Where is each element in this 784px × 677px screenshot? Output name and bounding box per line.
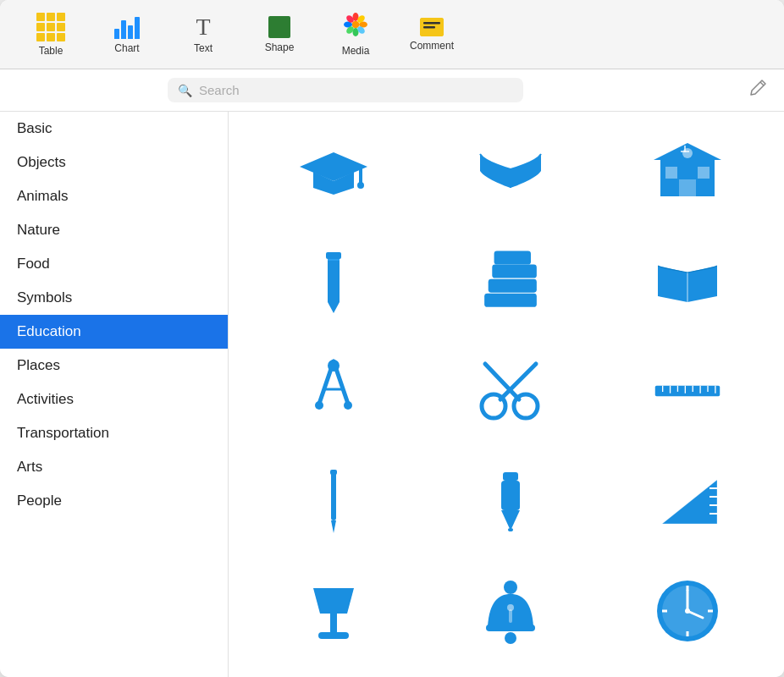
svg-point-40	[344, 401, 352, 410]
icon-school-building[interactable]	[645, 129, 730, 213]
media-icon	[343, 12, 368, 41]
sidebar-item-transportation[interactable]: Transportation	[0, 416, 228, 450]
comment-svg	[420, 18, 444, 36]
svg-rect-25	[328, 256, 340, 302]
icon-ruler[interactable]	[645, 349, 730, 433]
svg-marker-26	[328, 302, 340, 313]
svg-rect-67	[330, 614, 337, 632]
icon-pencil[interactable]	[291, 239, 376, 323]
svg-rect-45	[654, 386, 719, 396]
sidebar-item-education[interactable]: Education	[0, 315, 228, 349]
icons-grid	[254, 129, 767, 677]
search-input[interactable]	[199, 83, 513, 97]
svg-point-37	[328, 360, 340, 372]
toolbar-shape-button[interactable]: Shape	[246, 11, 313, 58]
sidebar-item-nature[interactable]: Nature	[0, 213, 228, 247]
svg-point-73	[507, 604, 514, 611]
svg-point-69	[504, 581, 517, 594]
search-wrapper: 🔍	[168, 78, 523, 102]
sidebar-item-symbols[interactable]: Symbols	[0, 281, 228, 315]
icon-fountain-pen[interactable]	[468, 459, 553, 543]
svg-rect-72	[509, 609, 512, 623]
search-icon: 🔍	[178, 84, 192, 97]
icon-book-open2[interactable]	[645, 239, 730, 323]
svg-rect-20	[698, 167, 709, 179]
toolbar-chart-button[interactable]: Chart	[93, 10, 161, 59]
sidebar-item-animals[interactable]: Animals	[0, 179, 228, 213]
svg-rect-57	[503, 472, 518, 481]
toolbar-table-button[interactable]: Table	[17, 8, 85, 62]
icon-stack-books[interactable]	[468, 239, 553, 323]
svg-rect-18	[679, 179, 696, 196]
svg-rect-12	[423, 26, 435, 29]
icon-school-bell[interactable]	[468, 569, 553, 653]
svg-rect-30	[484, 294, 537, 307]
toolbar-comment-label: Comment	[410, 40, 454, 52]
svg-rect-29	[326, 252, 341, 259]
pen-tool-button[interactable]	[748, 79, 767, 102]
comment-icon	[420, 18, 444, 36]
svg-marker-66	[313, 588, 354, 614]
icon-compass[interactable]	[291, 349, 376, 433]
toolbar-text-button[interactable]: T Text	[169, 10, 237, 59]
sidebar-item-basic[interactable]: Basic	[0, 112, 228, 146]
sidebar-item-places[interactable]: Places	[0, 349, 228, 383]
toolbar-table-label: Table	[39, 45, 63, 57]
search-area: 🔍	[0, 69, 784, 112]
icon-scissors[interactable]	[468, 349, 553, 433]
toolbar-text-label: Text	[194, 42, 213, 54]
svg-point-16	[357, 182, 364, 189]
svg-point-59	[508, 528, 513, 531]
sidebar-item-arts[interactable]: Arts	[0, 450, 228, 484]
svg-rect-68	[318, 632, 349, 639]
svg-marker-55	[331, 520, 336, 533]
svg-point-78	[685, 608, 690, 614]
svg-rect-19	[665, 167, 677, 179]
sidebar-item-food[interactable]: Food	[0, 247, 228, 281]
svg-rect-70	[486, 625, 535, 631]
chart-icon	[114, 15, 140, 39]
svg-point-71	[505, 632, 516, 644]
svg-rect-56	[330, 470, 337, 475]
svg-point-39	[315, 401, 323, 410]
svg-rect-22	[682, 148, 693, 158]
app-window: Table Chart T Text Shape	[0, 0, 784, 677]
table-icon	[36, 13, 65, 41]
svg-rect-58	[501, 481, 520, 510]
main-content: Basic Objects Animals Nature Food Symbol…	[0, 112, 784, 677]
toolbar-comment-button[interactable]: Comment	[398, 13, 466, 57]
svg-marker-13	[300, 152, 367, 181]
toolbar-shape-label: Shape	[265, 41, 295, 53]
svg-rect-31	[489, 279, 537, 293]
sidebar-item-people[interactable]: People	[0, 484, 228, 518]
icons-panel	[229, 112, 784, 677]
icon-graduation-cap[interactable]	[291, 129, 376, 213]
toolbar: Table Chart T Text Shape	[0, 0, 784, 69]
icon-clock[interactable]	[645, 569, 730, 653]
toolbar-chart-label: Chart	[114, 42, 139, 54]
icon-triangle-ruler[interactable]	[645, 459, 730, 543]
svg-rect-54	[331, 471, 336, 520]
svg-rect-24	[681, 151, 689, 152]
icon-open-book[interactable]	[468, 129, 553, 213]
toolbar-media-button[interactable]: Media	[322, 7, 389, 62]
shape-icon	[268, 16, 290, 38]
toolbar-media-label: Media	[342, 45, 370, 57]
svg-point-9	[352, 21, 359, 28]
pen-icon	[748, 79, 767, 97]
photos-svg	[343, 12, 368, 37]
sidebar-item-activities[interactable]: Activities	[0, 383, 228, 416]
icon-desk-lamp[interactable]	[291, 569, 376, 653]
svg-rect-32	[492, 265, 537, 278]
icon-pen-thin[interactable]	[291, 459, 376, 543]
svg-rect-11	[423, 22, 440, 25]
sidebar: Basic Objects Animals Nature Food Symbol…	[0, 112, 229, 677]
sidebar-item-objects[interactable]: Objects	[0, 146, 228, 179]
svg-rect-33	[494, 251, 531, 265]
text-icon: T	[196, 15, 210, 39]
